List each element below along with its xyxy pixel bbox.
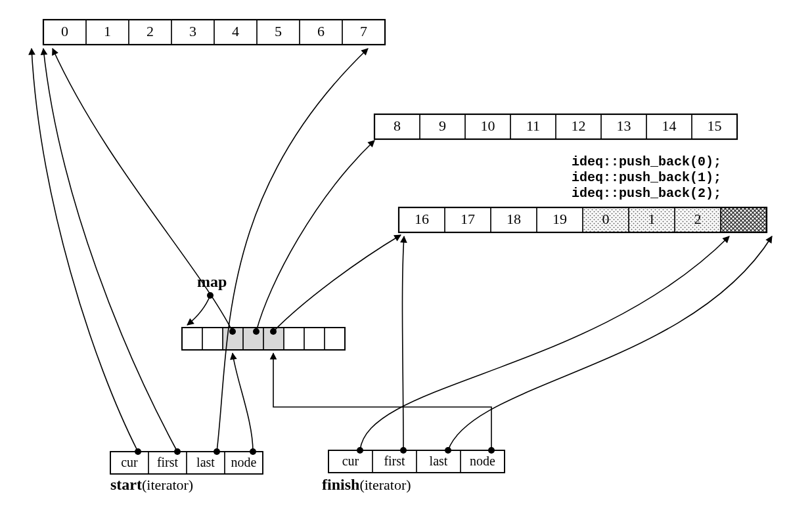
buf2-cell-2: 10 <box>481 118 495 134</box>
buf3-cell-0: 16 <box>415 211 429 227</box>
pointer-arrows <box>32 49 772 452</box>
buf3-cell-2: 18 <box>507 211 521 227</box>
buf3-cell-3: 19 <box>553 211 567 227</box>
finish-suffix: (iterator) <box>359 477 411 493</box>
buf2-cell-5: 13 <box>617 118 631 134</box>
finish-last-label: last <box>430 454 448 468</box>
start-name: start <box>110 476 142 493</box>
buf1-cell-0: 0 <box>61 23 68 39</box>
buffer-2: 8 9 10 11 12 13 14 15 <box>374 114 737 139</box>
buf3-cell-1: 17 <box>461 211 475 227</box>
code-line-1: ideq::push_back(1); <box>572 170 721 185</box>
buf2-cell-3: 11 <box>526 118 540 134</box>
buf3-cell-5: 1 <box>648 211 656 227</box>
buf2-cell-7: 15 <box>708 118 722 134</box>
code-block: ideq::push_back(0); ideq::push_back(1); … <box>572 154 721 201</box>
buf1-cell-4: 4 <box>232 23 239 39</box>
map-structure: map <box>182 273 345 350</box>
code-line-2: ideq::push_back(2); <box>572 186 721 201</box>
buf1-cell-5: 5 <box>275 23 282 39</box>
buf2-cell-4: 12 <box>572 118 586 134</box>
svg-rect-40 <box>182 328 202 350</box>
buf1-cell-1: 1 <box>104 23 111 39</box>
buf1-cell-2: 2 <box>147 23 154 39</box>
start-cur-label: cur <box>121 455 138 469</box>
buf2-cell-1: 9 <box>439 118 446 134</box>
buf3-cell-6: 2 <box>694 211 702 227</box>
start-node-label: node <box>231 455 257 469</box>
buf2-cell-0: 8 <box>394 118 401 134</box>
finish-cur-label: cur <box>342 454 359 468</box>
start-suffix: (iterator) <box>142 477 193 493</box>
svg-rect-46 <box>304 328 325 350</box>
buf1-cell-6: 6 <box>317 23 325 39</box>
start-last-label: last <box>196 455 215 469</box>
code-line-0: ideq::push_back(0); <box>572 154 721 169</box>
svg-rect-41 <box>202 328 223 350</box>
start-first-label: first <box>157 455 179 469</box>
buffer-1: 0 1 2 3 4 5 6 7 <box>43 20 385 45</box>
svg-rect-45 <box>284 328 304 350</box>
buf3-cell-4: 0 <box>602 211 610 227</box>
buf2-cell-6: 14 <box>662 118 677 134</box>
buf1-cell-7: 7 <box>360 23 367 39</box>
svg-rect-47 <box>325 328 345 350</box>
finish-iterator: cur first last node finish(iterator) <box>322 447 505 493</box>
svg-rect-25 <box>721 207 767 232</box>
buffer-3: 16 17 18 19 0 1 2 <box>399 207 767 232</box>
start-iterator: cur first last node start(iterator) <box>110 448 263 493</box>
svg-text:start(iterator): start(iterator) <box>110 476 193 493</box>
finish-node-label: node <box>470 454 495 468</box>
finish-first-label: first <box>384 454 405 468</box>
buf1-cell-3: 3 <box>189 23 196 39</box>
svg-text:finish(iterator): finish(iterator) <box>322 476 411 493</box>
finish-name: finish <box>322 476 359 493</box>
